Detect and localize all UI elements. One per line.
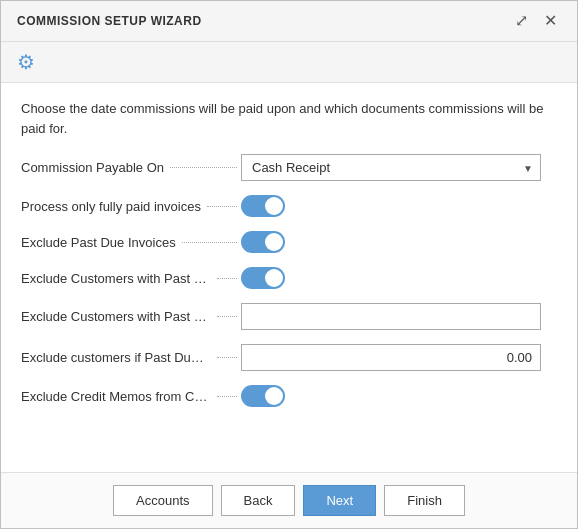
title-icons: ⤢ ✕	[511, 11, 561, 31]
exclude-credit-memos-control[interactable]	[241, 385, 285, 407]
back-button[interactable]: Back	[221, 485, 296, 516]
dialog-title: COMMISSION SETUP WIZARD	[17, 14, 202, 28]
exclude-customers-past-due-toggle-label: Exclude Customers with Past Du...	[21, 271, 241, 286]
process-fully-paid-label: Process only fully paid invoices	[21, 199, 241, 214]
commission-payable-on-control: Cash Receipt Invoice Date Due Date ▼	[241, 154, 541, 181]
content-area: Choose the date commissions will be paid…	[1, 83, 577, 472]
exclude-customers-past-due-months-label: Exclude customers if Past Due m...	[21, 350, 241, 365]
toggle-knob	[265, 269, 283, 287]
process-fully-paid-toggle[interactable]	[241, 195, 285, 217]
process-fully-paid-row: Process only fully paid invoices	[21, 195, 557, 217]
exclude-past-due-invoices-row: Exclude Past Due Invoices	[21, 231, 557, 253]
commission-payable-select-wrapper: Cash Receipt Invoice Date Due Date ▼	[241, 154, 541, 181]
process-fully-paid-control[interactable]	[241, 195, 285, 217]
exclude-customers-past-due-toggle[interactable]	[241, 267, 285, 289]
exclude-credit-memos-row: Exclude Credit Memos from Co...	[21, 385, 557, 407]
exclude-customers-past-due-months-row: Exclude customers if Past Due m...	[21, 344, 557, 371]
toggle-knob	[265, 233, 283, 251]
exclude-credit-memos-label: Exclude Credit Memos from Co...	[21, 389, 241, 404]
close-button[interactable]: ✕	[540, 11, 561, 31]
next-button[interactable]: Next	[303, 485, 376, 516]
finish-button[interactable]: Finish	[384, 485, 465, 516]
toggle-knob	[265, 387, 283, 405]
exclude-credit-memos-toggle[interactable]	[241, 385, 285, 407]
footer: Accounts Back Next Finish	[1, 472, 577, 528]
exclude-customers-past-due-text-row: Exclude Customers with Past Du...	[21, 303, 557, 330]
gear-icon: ⚙	[17, 50, 35, 74]
exclude-customers-past-due-months-control[interactable]	[241, 344, 541, 371]
toggle-knob	[265, 197, 283, 215]
exclude-customers-past-due-text-input[interactable]	[241, 303, 541, 330]
exclude-customers-past-due-toggle-row: Exclude Customers with Past Du...	[21, 267, 557, 289]
commission-payable-on-label: Commission Payable On	[21, 160, 241, 175]
title-bar: COMMISSION SETUP WIZARD ⤢ ✕	[1, 1, 577, 42]
title-bar-left: COMMISSION SETUP WIZARD	[17, 14, 202, 28]
commission-setup-wizard-dialog: COMMISSION SETUP WIZARD ⤢ ✕ ⚙ Choose the…	[0, 0, 578, 529]
exclude-past-due-invoices-toggle[interactable]	[241, 231, 285, 253]
accounts-button[interactable]: Accounts	[113, 485, 212, 516]
description-text: Choose the date commissions will be paid…	[21, 99, 557, 138]
commission-payable-on-row: Commission Payable On Cash Receipt Invoi…	[21, 154, 557, 181]
exclude-customers-past-due-toggle-control[interactable]	[241, 267, 285, 289]
exclude-customers-past-due-text-control[interactable]	[241, 303, 541, 330]
commission-payable-select[interactable]: Cash Receipt Invoice Date Due Date	[241, 154, 541, 181]
expand-button[interactable]: ⤢	[511, 11, 532, 31]
expand-icon: ⤢	[515, 13, 528, 29]
icon-bar: ⚙	[1, 42, 577, 83]
exclude-past-due-invoices-label: Exclude Past Due Invoices	[21, 235, 241, 250]
exclude-customers-past-due-text-label: Exclude Customers with Past Du...	[21, 309, 241, 324]
exclude-customers-past-due-months-input[interactable]	[241, 344, 541, 371]
close-icon: ✕	[544, 13, 557, 29]
exclude-past-due-invoices-control[interactable]	[241, 231, 285, 253]
